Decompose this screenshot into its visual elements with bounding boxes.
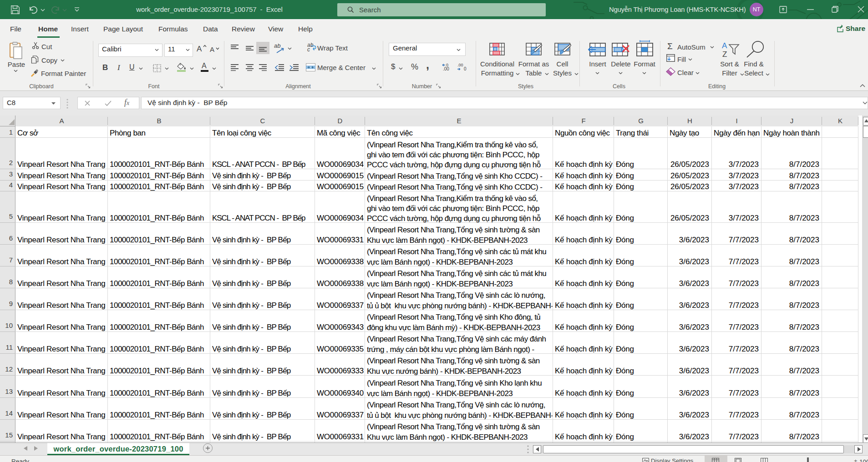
svg-text:A: A: [722, 41, 727, 50]
svg-text:0: 0: [464, 66, 467, 71]
svg-text:0: 0: [446, 63, 448, 67]
svg-text:.00: .00: [457, 63, 463, 67]
svg-text:Z: Z: [722, 50, 727, 58]
